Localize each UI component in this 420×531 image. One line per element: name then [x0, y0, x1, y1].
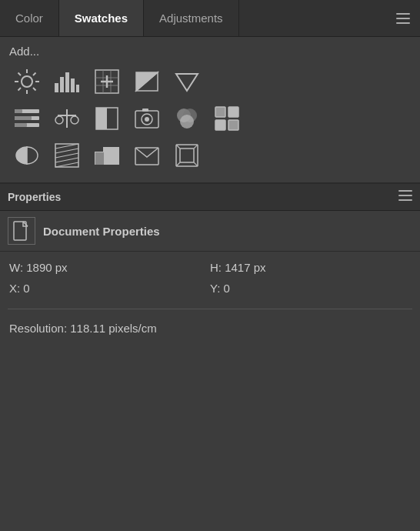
svg-rect-0: [396, 13, 410, 15]
color-lookup-icon[interactable]: [209, 102, 245, 135]
tab-swatches[interactable]: Swatches: [59, 0, 144, 36]
svg-rect-15: [71, 78, 75, 92]
icon-row-3: [9, 139, 411, 172]
properties-header: Properties: [0, 184, 420, 211]
svg-line-38: [75, 115, 76, 116]
color-balance-icon[interactable]: [49, 102, 85, 135]
svg-point-36: [71, 116, 78, 124]
svg-line-11: [18, 88, 22, 91]
properties-title: Properties: [8, 191, 61, 203]
svg-point-43: [145, 117, 149, 122]
invert-icon[interactable]: [9, 139, 45, 172]
tab-adjustments[interactable]: Adjustments: [144, 0, 239, 36]
y-field: Y: 0: [210, 282, 411, 295]
properties-divider: [8, 309, 412, 309]
properties-menu-button[interactable]: [398, 190, 412, 204]
add-label: Add...: [9, 45, 411, 58]
gradient-map-icon[interactable]: [169, 65, 205, 98]
resolution-value: 118.11 pixels/cm: [70, 322, 157, 335]
svg-rect-51: [228, 120, 238, 130]
svg-marker-26: [176, 74, 198, 91]
vibrance-icon[interactable]: [169, 139, 205, 172]
svg-rect-1: [396, 18, 410, 19]
svg-rect-16: [76, 85, 79, 92]
svg-rect-71: [398, 190, 412, 192]
svg-rect-31: [15, 116, 32, 120]
svg-rect-73: [398, 199, 412, 201]
svg-line-57: [55, 144, 78, 149]
svg-rect-40: [96, 108, 107, 129]
svg-rect-63: [104, 148, 118, 165]
svg-line-8: [18, 73, 22, 76]
brightness-icon[interactable]: [9, 65, 45, 98]
hue-saturation-icon[interactable]: [9, 102, 45, 135]
levels-icon[interactable]: [49, 65, 85, 98]
svg-rect-32: [15, 123, 27, 127]
svg-rect-44: [142, 109, 148, 112]
selective-color-icon[interactable]: [129, 139, 165, 172]
tab-color[interactable]: Color: [0, 0, 59, 36]
svg-rect-74: [14, 222, 26, 240]
xy-row: X: 0 Y: 0: [9, 282, 411, 295]
height-label: H:: [210, 261, 222, 274]
resolution-row: Resolution: 118.11 pixels/cm: [0, 317, 420, 344]
x-label: X:: [9, 282, 20, 295]
y-value: 0: [224, 282, 230, 295]
tab-bar: Color Swatches Adjustments: [0, 0, 420, 37]
icon-row-2: [9, 102, 411, 135]
svg-line-10: [33, 73, 36, 76]
resolution-label: Resolution:: [9, 322, 67, 335]
svg-line-37: [58, 115, 59, 116]
svg-rect-13: [60, 77, 64, 92]
properties-section: Properties Document Properties W: 1890 p…: [0, 182, 420, 344]
svg-rect-66: [180, 149, 194, 162]
svg-rect-48: [215, 107, 225, 117]
svg-point-35: [55, 116, 63, 124]
height-value: 1417 px: [225, 261, 265, 274]
width-value: 1890 px: [26, 261, 67, 274]
photo-filter-icon[interactable]: [129, 102, 165, 135]
posterize-icon[interactable]: [49, 139, 85, 172]
svg-point-47: [180, 115, 194, 129]
svg-line-61: [55, 162, 78, 167]
x-value: 0: [23, 282, 29, 295]
height-field: H: 1417 px: [210, 261, 411, 274]
svg-line-60: [55, 158, 78, 162]
exposure-icon[interactable]: [129, 65, 165, 98]
width-height-row: W: 1890 px H: 1417 px: [9, 261, 411, 274]
svg-point-3: [22, 76, 32, 87]
document-icon: [8, 217, 35, 245]
icon-row-1: [9, 65, 411, 98]
svg-rect-50: [215, 120, 225, 130]
svg-rect-14: [65, 72, 69, 92]
icon-grid: [9, 65, 411, 172]
document-properties-row: Document Properties: [0, 211, 420, 252]
add-section: Add...: [0, 37, 420, 182]
svg-rect-12: [55, 83, 58, 92]
document-properties-label: Document Properties: [43, 225, 160, 238]
svg-rect-72: [398, 195, 412, 196]
width-label: W:: [9, 261, 23, 274]
svg-rect-30: [15, 109, 22, 113]
width-field: W: 1890 px: [9, 261, 210, 274]
properties-fields: W: 1890 px H: 1417 px X: 0 Y: 0: [0, 252, 420, 306]
threshold-icon[interactable]: [89, 139, 125, 172]
svg-line-9: [33, 88, 36, 91]
black-white-icon[interactable]: [89, 102, 125, 135]
svg-line-59: [55, 153, 78, 158]
svg-rect-2: [396, 22, 410, 24]
svg-rect-62: [95, 152, 104, 165]
channel-mixer-icon[interactable]: [169, 102, 205, 135]
svg-rect-49: [228, 107, 238, 117]
curves-icon[interactable]: [89, 65, 125, 98]
x-field: X: 0: [9, 282, 210, 295]
y-label: Y:: [210, 282, 220, 295]
svg-line-75: [23, 222, 28, 226]
svg-line-58: [55, 149, 78, 153]
tab-menu-button[interactable]: [386, 0, 420, 36]
